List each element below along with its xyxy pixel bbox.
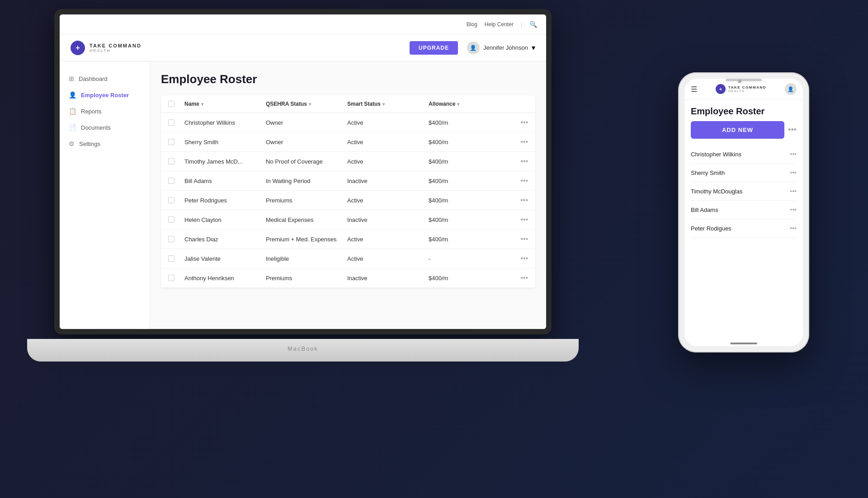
phone-employee-more-icon[interactable]: ••• [790, 150, 797, 158]
row-checkbox[interactable] [168, 139, 184, 145]
reports-icon: 📋 [69, 108, 76, 115]
phone-hamburger-icon[interactable]: ☰ [691, 85, 697, 94]
row-more-button[interactable]: ••• [510, 118, 528, 127]
row-name: Jalise Valente [184, 255, 266, 262]
th-smart-status[interactable]: Smart Status ▾ [347, 101, 429, 107]
table-row[interactable]: Sherry Smith Owner Active $400/m ••• [161, 132, 535, 152]
help-center-link[interactable]: Help Center [485, 21, 514, 28]
phone-employee-more-icon[interactable]: ••• [790, 169, 797, 176]
sidebar-item-label: Documents [81, 124, 111, 131]
row-more-button[interactable]: ••• [510, 216, 528, 224]
phone-employee-more-icon[interactable]: ••• [790, 206, 797, 213]
row-checkbox[interactable] [168, 178, 184, 184]
row-checkbox[interactable] [168, 255, 184, 262]
sidebar-item-documents[interactable]: 📄 Documents [60, 119, 150, 136]
logo-subtitle: HEALTH [90, 48, 142, 53]
row-smart-status: Active [347, 119, 429, 126]
table-row[interactable]: Jalise Valente Ineligible Active - ••• [161, 249, 535, 268]
row-allowance: $400/m [429, 119, 510, 126]
row-allowance: $400/m [429, 158, 510, 165]
phone-add-new-button[interactable]: ADD NEW [691, 121, 784, 139]
row-checkbox[interactable] [168, 197, 184, 203]
page-title: Employee Roster [161, 72, 535, 86]
table-row[interactable]: Anthony Henriksen Premiums Inactive $400… [161, 268, 535, 288]
table-row[interactable]: Helen Clayton Medical Expenses Inactive … [161, 210, 535, 230]
th-smart-sort-icon: ▾ [382, 102, 385, 107]
row-more-button[interactable]: ••• [510, 138, 528, 146]
sidebar-item-reports[interactable]: 📋 Reports [60, 103, 150, 119]
app-header: + TAKE COMMAND HEALTH UPGRADE 👤 Jennifer… [60, 34, 546, 61]
main-content: Employee Roster Name ▾ [150, 61, 546, 329]
row-checkbox[interactable] [168, 216, 184, 223]
avatar: 👤 [467, 42, 480, 54]
row-more-button[interactable]: ••• [510, 196, 528, 204]
employee-icon: 👤 [69, 91, 76, 99]
phone-employee-name: Peter Rodigues [691, 225, 731, 232]
th-smart-label: Smart Status [347, 101, 381, 107]
phone-screen: ☰ + TAKE COMMAND HEALTH 👤 Employee Roste… [684, 79, 803, 346]
phone-logo-subtitle: HEALTH [728, 89, 766, 93]
row-checkbox[interactable] [168, 236, 184, 242]
search-icon[interactable]: 🔍 [529, 21, 537, 28]
sidebar-item-label: Employee Roster [81, 92, 129, 99]
row-more-button[interactable]: ••• [510, 274, 528, 282]
phone-logo-area: + TAKE COMMAND HEALTH [716, 84, 766, 94]
sidebar-item-employee-roster[interactable]: 👤 Employee Roster [60, 87, 150, 103]
phone-notch [726, 79, 762, 81]
row-more-button[interactable]: ••• [510, 157, 528, 165]
table-row[interactable]: Christopher Wilkins Owner Active $400/m … [161, 113, 535, 132]
th-name-label: Name [184, 101, 199, 107]
row-name: Peter Rodrigues [184, 197, 266, 204]
table-row[interactable]: Peter Rodrigues Premiums Active $400/m •… [161, 191, 535, 210]
row-name: Christopher Wilkins [184, 119, 266, 126]
row-qsehra: Owner [266, 139, 347, 146]
user-info[interactable]: 👤 Jennifer Johnson ▾ [467, 42, 535, 54]
table-rows-container: Christopher Wilkins Owner Active $400/m … [161, 113, 535, 288]
table-row[interactable]: Charles Diaz Premium + Med. Expenses Act… [161, 230, 535, 249]
row-checkbox[interactable] [168, 158, 184, 164]
sidebar-item-label: Reports [81, 108, 102, 115]
row-allowance: $400/m [429, 178, 510, 184]
phone-employee-item[interactable]: Peter Rodigues ••• [691, 219, 797, 238]
phone-employee-name: Sherry Smith [691, 169, 725, 176]
table-row[interactable]: Timothy James McD... No Proof of Coverag… [161, 152, 535, 171]
phone-employee-more-icon[interactable]: ••• [790, 225, 797, 232]
table-row[interactable]: Bill Adams In Waiting Period Inactive $4… [161, 171, 535, 191]
row-qsehra: Medical Expenses [266, 216, 347, 223]
phone-employee-item[interactable]: Timothy McDouglas ••• [691, 182, 797, 201]
employee-table: Name ▾ QSEHRA Status ▾ Smart Status ▾ [161, 95, 535, 288]
row-name: Bill Adams [184, 178, 266, 184]
phone-employee-item[interactable]: Sherry Smith ••• [691, 164, 797, 182]
row-more-button[interactable]: ••• [510, 177, 528, 185]
settings-icon: ⚙ [69, 140, 75, 147]
phone-employee-item[interactable]: Bill Adams ••• [691, 201, 797, 219]
row-name: Anthony Henriksen [184, 275, 266, 282]
select-all-checkbox[interactable] [168, 101, 175, 107]
sidebar-item-label: Settings [79, 141, 100, 147]
phone-employee-item[interactable]: Christopher Wilkins ••• [691, 145, 797, 164]
row-checkbox[interactable] [168, 275, 184, 281]
upgrade-button[interactable]: UPGRADE [410, 41, 458, 55]
sidebar-item-settings[interactable]: ⚙ Settings [60, 136, 150, 152]
row-qsehra: Ineligible [266, 255, 347, 262]
sidebar-item-label: Dashboard [79, 75, 108, 82]
sidebar-item-dashboard[interactable]: ⊞ Dashboard [60, 70, 150, 87]
row-name: Helen Clayton [184, 216, 266, 223]
row-checkbox[interactable] [168, 119, 184, 126]
blog-link[interactable]: Blog [467, 21, 477, 28]
th-name[interactable]: Name ▾ [184, 101, 266, 107]
row-allowance: $400/m [429, 275, 510, 282]
phone-employee-more-icon[interactable]: ••• [790, 188, 797, 195]
th-allowance[interactable]: Allowance ▾ [429, 101, 510, 107]
phone-employee-list: Christopher Wilkins ••• Sherry Smith •••… [684, 145, 803, 238]
phone-add-more-icon[interactable]: ••• [788, 125, 797, 135]
th-qsehra[interactable]: QSEHRA Status ▾ [266, 101, 347, 107]
row-qsehra: Premiums [266, 275, 347, 282]
table-header: Name ▾ QSEHRA Status ▾ Smart Status ▾ [161, 95, 535, 113]
phone-avatar[interactable]: 👤 [785, 83, 797, 95]
phone-logo-icon: + [716, 84, 726, 94]
row-smart-status: Active [347, 236, 429, 243]
row-more-button[interactable]: ••• [510, 254, 528, 263]
row-more-button[interactable]: ••• [510, 235, 528, 243]
phone-topbar: ☰ + TAKE COMMAND HEALTH 👤 [684, 79, 803, 100]
